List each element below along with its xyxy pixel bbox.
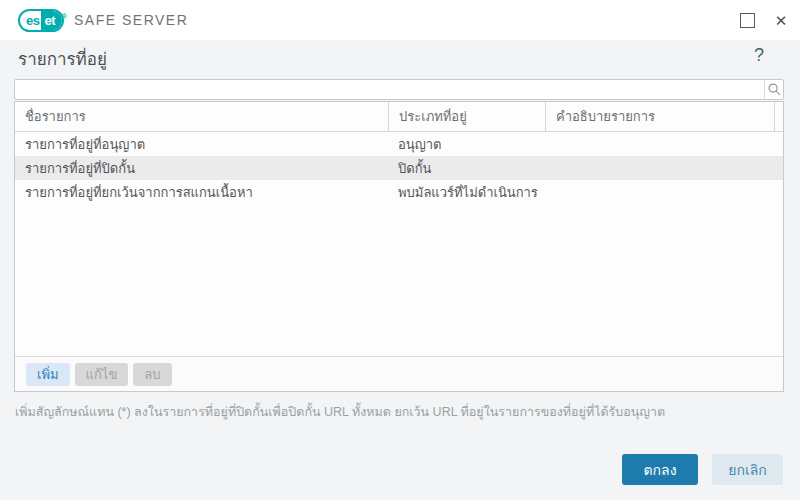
- registered-mark-icon: ®: [62, 7, 67, 26]
- window-controls: ✕: [732, 0, 800, 40]
- edit-button: แก้ไข: [75, 363, 129, 386]
- page-title: รายการที่อยู่: [18, 45, 107, 72]
- brand: eset ® SAFE SERVER: [18, 9, 188, 32]
- search-box: [14, 79, 784, 100]
- address-list-table: ชื่อรายการ ประเภทที่อยู่ คำอธิบายรายการ …: [14, 101, 784, 392]
- column-header-description[interactable]: คำอธิบายรายการ: [545, 102, 774, 131]
- table-header: ชื่อรายการ ประเภทที่อยู่ คำอธิบายรายการ: [15, 102, 783, 132]
- delete-button: ลบ: [133, 363, 171, 386]
- table-row-selected[interactable]: รายการที่อยู่ที่ปิดกั้น ปิดกั้น: [15, 156, 783, 180]
- eset-logo-right: et: [41, 11, 62, 30]
- search-icon: [767, 82, 782, 97]
- close-icon: ✕: [775, 13, 788, 28]
- row-description: [545, 156, 774, 180]
- table-row[interactable]: รายการที่อยู่ที่ยกเว้นจากการสแกนเนื้อหา …: [15, 180, 783, 204]
- row-name: รายการที่อยู่ที่อนุญาต: [15, 132, 388, 156]
- content-area: รายการที่อยู่ ? ชื่อรายการ ประเภทที่อยู่…: [0, 40, 800, 500]
- column-header-name[interactable]: ชื่อรายการ: [15, 102, 388, 131]
- table-row[interactable]: รายการที่อยู่ที่อนุญาต อนุญาต: [15, 132, 783, 156]
- row-type: พบมัลแวร์ที่ไม่ดำเนินการ: [388, 180, 545, 204]
- dialog-button-row: ตกลง ยกเลิก: [0, 454, 800, 486]
- product-name: SAFE SERVER: [74, 12, 188, 28]
- help-icon[interactable]: ?: [754, 45, 764, 66]
- search-icon-button[interactable]: [764, 80, 783, 99]
- row-name: รายการที่อยู่ที่ยกเว้นจากการสแกนเนื้อหา: [15, 180, 388, 204]
- maximize-icon: [740, 13, 755, 28]
- row-description: [545, 132, 774, 156]
- cancel-button[interactable]: ยกเลิก: [712, 454, 783, 485]
- close-button[interactable]: ✕: [766, 5, 796, 35]
- table-header-stub: [774, 102, 783, 131]
- eset-logo: eset ®: [18, 9, 64, 32]
- wildcard-note: เพิ่มสัญลักษณ์แทน (*) ลงในรายการที่อยู่ท…: [15, 402, 775, 422]
- row-name: รายการที่อยู่ที่ปิดกั้น: [15, 156, 388, 180]
- eset-window: eset ® SAFE SERVER ✕ รายการที่อยู่ ?: [0, 0, 800, 500]
- ok-button[interactable]: ตกลง: [622, 454, 698, 485]
- column-header-type[interactable]: ประเภทที่อยู่: [388, 102, 545, 131]
- row-description: [545, 180, 774, 204]
- row-type: ปิดกั้น: [388, 156, 545, 180]
- search-input[interactable]: [15, 80, 764, 99]
- maximize-button[interactable]: [732, 5, 762, 35]
- table-action-bar: เพิ่ม แก้ไข ลบ: [15, 356, 783, 391]
- row-type: อนุญาต: [388, 132, 545, 156]
- add-button[interactable]: เพิ่ม: [26, 363, 70, 386]
- eset-logo-left: es: [20, 11, 41, 30]
- titlebar: eset ® SAFE SERVER ✕: [0, 0, 800, 40]
